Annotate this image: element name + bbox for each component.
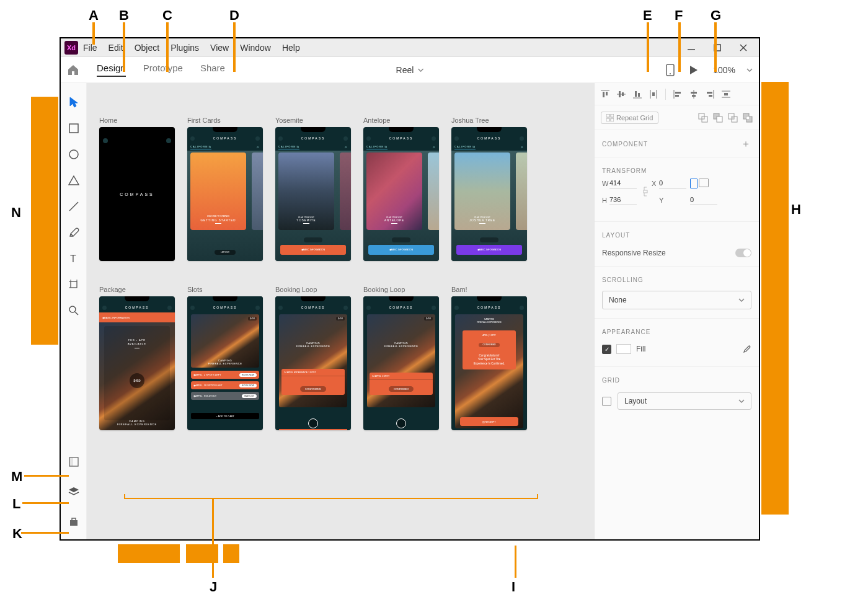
height-input[interactable] bbox=[609, 195, 637, 205]
maximize-button[interactable] bbox=[712, 42, 723, 53]
align-left-icon[interactable] bbox=[673, 90, 682, 99]
menu-plugins[interactable]: Plugins bbox=[170, 43, 199, 53]
artboard-label[interactable]: Antelope bbox=[363, 117, 439, 124]
pen-tool-icon[interactable] bbox=[65, 221, 82, 244]
layout-section: LAYOUT bbox=[595, 224, 759, 242]
svg-point-15 bbox=[69, 306, 76, 312]
artboard-label[interactable]: Yosemite bbox=[275, 117, 351, 124]
menu-file[interactable]: File bbox=[83, 43, 97, 53]
home-icon[interactable] bbox=[67, 64, 79, 76]
fill-swatch[interactable] bbox=[616, 344, 631, 354]
artboard-label[interactable]: Booking Loop bbox=[363, 286, 439, 293]
distribute-h-icon[interactable] bbox=[722, 90, 730, 99]
artboard-booking-loop-2[interactable]: COMPASS $450 CAMPINGFIREFALL EXPERIENCE … bbox=[363, 296, 439, 430]
chevron-down-icon bbox=[746, 68, 753, 72]
repeat-grid-icon bbox=[606, 114, 614, 122]
app-logo-icon: Xd bbox=[64, 41, 78, 55]
svg-rect-46 bbox=[606, 118, 609, 122]
artboard-label[interactable]: Bam! bbox=[451, 286, 527, 293]
transform-section: TRANSFORM bbox=[595, 160, 759, 178]
zoom-tool-icon[interactable] bbox=[65, 299, 82, 322]
artboard-bam[interactable]: COMPASS CAMPINGFIREFALL EXPERIENCE APRIL… bbox=[451, 296, 527, 430]
callout-K: K bbox=[12, 526, 22, 542]
svg-rect-22 bbox=[606, 92, 608, 95]
mode-share[interactable]: Share bbox=[200, 63, 225, 77]
width-input[interactable] bbox=[609, 178, 637, 188]
text-tool-icon[interactable]: T bbox=[65, 247, 82, 270]
repeat-grid-button[interactable]: Repeat Grid bbox=[601, 112, 658, 124]
artboard-label[interactable]: Package bbox=[99, 286, 175, 293]
device-preview-icon[interactable] bbox=[666, 64, 675, 76]
artboard-label[interactable]: First Cards bbox=[187, 117, 263, 124]
distribute-v-icon[interactable] bbox=[649, 90, 658, 99]
close-button[interactable] bbox=[738, 42, 749, 53]
lock-aspect-icon[interactable] bbox=[640, 186, 652, 197]
add-component-icon[interactable]: ＋ bbox=[741, 138, 751, 151]
menu-object[interactable]: Object bbox=[135, 43, 159, 53]
svg-rect-43 bbox=[724, 93, 728, 95]
svg-rect-58 bbox=[644, 190, 647, 193]
align-vcenter-icon[interactable] bbox=[617, 90, 626, 99]
ellipse-tool-icon[interactable] bbox=[65, 143, 82, 166]
doc-title-dropdown[interactable]: Reel bbox=[396, 65, 424, 75]
artboard-label[interactable]: Home bbox=[99, 117, 175, 124]
minimize-button[interactable] bbox=[686, 42, 697, 53]
bool-subtract-icon[interactable] bbox=[713, 113, 723, 123]
bool-intersect-icon[interactable] bbox=[728, 113, 738, 123]
line-tool-icon[interactable] bbox=[65, 195, 82, 218]
artboard-first-cards[interactable]: COMPASS CALIFORNIA⌕ WELCOME TO COMPASSGE… bbox=[187, 127, 263, 261]
play-icon[interactable] bbox=[689, 65, 698, 75]
callout-M: M bbox=[11, 469, 22, 485]
artboard-package[interactable]: COMPASS ◉ BASIC INFORMATION FEB - APRAVA… bbox=[99, 296, 175, 430]
orientation-portrait-icon[interactable] bbox=[690, 179, 698, 188]
align-top-icon[interactable] bbox=[601, 90, 609, 99]
callout-C: C bbox=[162, 7, 172, 24]
artboard-yosemite[interactable]: COMPASS CALIFORNIA⌕ PLAN YOUR VISITYOSEM… bbox=[275, 127, 351, 261]
grid-section: GRID bbox=[595, 369, 759, 387]
grid-checkbox[interactable] bbox=[602, 397, 611, 406]
orientation-landscape-icon[interactable] bbox=[699, 179, 709, 187]
fill-checkbox[interactable]: ✓ bbox=[602, 345, 611, 354]
menu-window[interactable]: Window bbox=[240, 43, 271, 53]
callout-A: A bbox=[89, 7, 99, 24]
assets-icon[interactable] bbox=[65, 450, 82, 474]
grid-type-select[interactable]: Layout bbox=[618, 392, 751, 410]
zoom-dropdown[interactable]: 100% bbox=[713, 65, 753, 75]
polygon-tool-icon[interactable] bbox=[65, 169, 82, 192]
align-right-icon[interactable] bbox=[706, 90, 714, 99]
eyedropper-icon[interactable] bbox=[742, 344, 751, 354]
menu-help[interactable]: Help bbox=[282, 43, 300, 53]
artboard-label[interactable]: Joshua Tree bbox=[451, 117, 527, 124]
artboard-slots[interactable]: COMPASS $450 CAMPINGFIREFALL EXPERIENCE … bbox=[187, 296, 263, 430]
artboard-booking-loop-1[interactable]: COMPASS $450 CAMPINGFIREFALL EXPERIENCE … bbox=[275, 296, 351, 430]
artboard-label[interactable]: Booking Loop bbox=[275, 286, 351, 293]
svg-rect-18 bbox=[69, 457, 73, 466]
select-tool-icon[interactable] bbox=[65, 91, 82, 114]
x-input[interactable] bbox=[659, 178, 686, 188]
artboard-label[interactable]: Slots bbox=[187, 286, 263, 293]
artboard-home[interactable]: COMPASS bbox=[99, 127, 175, 261]
mode-prototype[interactable]: Prototype bbox=[143, 63, 183, 77]
rectangle-tool-icon[interactable] bbox=[65, 117, 82, 140]
svg-rect-10 bbox=[71, 281, 77, 288]
bool-union-icon[interactable] bbox=[698, 113, 708, 123]
canvas[interactable]: Home COMPASS First Cards COMPASS CALIFOR… bbox=[87, 83, 594, 539]
align-row bbox=[595, 83, 759, 105]
artboard-grid: Home COMPASS First Cards COMPASS CALIFOR… bbox=[99, 117, 582, 430]
layers-icon[interactable] bbox=[65, 480, 82, 503]
mode-design[interactable]: Design bbox=[97, 63, 126, 77]
bool-exclude-icon[interactable] bbox=[743, 113, 753, 123]
plugins-icon[interactable] bbox=[65, 510, 82, 533]
align-bottom-icon[interactable] bbox=[633, 90, 642, 99]
menu-edit[interactable]: Edit bbox=[108, 43, 123, 53]
responsive-resize-toggle[interactable] bbox=[735, 249, 751, 257]
menu-view[interactable]: View bbox=[210, 43, 229, 53]
component-section: COMPONENT ＋ bbox=[595, 130, 759, 154]
align-hcenter-icon[interactable] bbox=[689, 90, 698, 99]
svg-text:T: T bbox=[70, 254, 76, 263]
artboard-tool-icon[interactable] bbox=[65, 273, 82, 296]
artboard-antelope[interactable]: COMPASS CALIFORNIA⌕ PLAN YOUR VISITANTEL… bbox=[363, 127, 439, 261]
scrolling-select[interactable]: None bbox=[602, 291, 751, 309]
y-input[interactable] bbox=[690, 195, 717, 205]
artboard-joshua[interactable]: COMPASS CALIFORNIA⌕ PLAN YOUR VISITJOSHU… bbox=[451, 127, 527, 261]
